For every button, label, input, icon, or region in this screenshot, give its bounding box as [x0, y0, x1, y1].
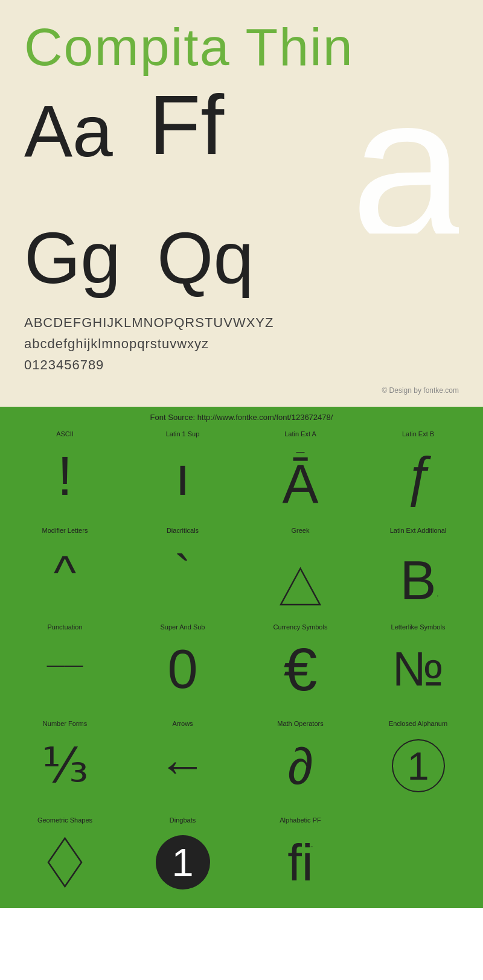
label-modifier: Modifier Letters: [42, 527, 88, 534]
font-title: Compita Thin: [24, 18, 459, 77]
glyph-cell-currency: Currency Symbols €: [242, 619, 359, 715]
symbol-enclosed: 1: [392, 739, 445, 792]
glyph-cell-mathops: Math Operators ∂: [242, 715, 359, 812]
symbol-geoshapes: [45, 835, 85, 889]
label-geoshapes: Geometric Shapes: [37, 816, 92, 824]
label-alphabeticpf: Alphabetic PF: [280, 816, 321, 824]
green-section: Font Source: http://www.fontke.com/font/…: [0, 407, 483, 908]
label-latinextb: Latin Ext B: [402, 430, 434, 438]
glyph-cell-arrows: Arrows ←: [124, 715, 242, 812]
glyph-cell-superandsub: Super And Sub 0: [124, 619, 242, 715]
symbol-mathops: ∂: [287, 731, 313, 801]
svg-marker-1: [48, 838, 82, 886]
symbol-arrows: ←: [159, 731, 207, 801]
glyph-cell-letterlike: Letterlike Symbols №: [359, 619, 477, 715]
glyph-cell-geoshapes: Geometric Shapes: [6, 812, 124, 908]
symbol-modifier: ^: [54, 538, 77, 608]
symbol-latinexta: Ā: [282, 457, 318, 511]
glyph-aa: Aa: [24, 95, 113, 167]
font-source: Font Source: http://www.fontke.com/font/…: [0, 407, 483, 425]
glyph-cell-latinextb: Latin Ext B ƒ: [359, 425, 477, 522]
label-dingbats: Dingbats: [170, 816, 196, 824]
symbol-greek: [278, 565, 323, 608]
symbol-currency: €: [284, 634, 318, 704]
symbol-punctuation: ——: [47, 634, 83, 695]
glyph-cell-latinexta: Latin Ext A — Ā: [242, 425, 359, 522]
label-numberforms: Number Forms: [43, 720, 87, 727]
label-diacriticals: Diacriticals: [167, 527, 199, 534]
symbol-alphabeticpf: fi··: [287, 837, 313, 888]
uppercase-alphabet: ABCDEFGHIJKLMNOPQRSTUVWXYZ: [24, 312, 459, 333]
label-mathops: Math Operators: [277, 720, 323, 727]
symbol-superandsub: 0: [167, 634, 197, 704]
label-arrows: Arrows: [172, 720, 193, 727]
symbol-latinextadd: B·: [400, 553, 436, 608]
glyph-cell-dingbats: Dingbats 1: [124, 812, 242, 908]
label-superandsub: Super And Sub: [160, 623, 205, 631]
glyph-cell-greek: Greek: [242, 522, 359, 619]
glyph-cell-empty: [359, 812, 477, 908]
glyph-cell-ascii: ASCII !: [6, 425, 124, 522]
label-latinextadd: Latin Ext Additional: [390, 527, 447, 534]
glyph-cell-diacriticals: Diacriticals `: [124, 522, 242, 619]
digits: 0123456789: [24, 354, 459, 375]
label-greek: Greek: [292, 527, 310, 534]
label-punctuation: Punctuation: [47, 623, 82, 631]
glyph-cell-modifier: Modifier Letters ^: [6, 522, 124, 619]
glyph-cell-numberforms: Number Forms ⅓: [6, 715, 124, 812]
glyph-cell-latinextadd: Latin Ext Additional B·: [359, 522, 477, 619]
symbol-dingbats: 1: [156, 835, 210, 889]
glyph-ff: Ff: [149, 83, 224, 167]
lowercase-alphabet: abcdefghijklmnopqrstuvwxyz: [24, 333, 459, 354]
symbol-latin1sup: ı: [175, 441, 190, 511]
label-enclosed: Enclosed Alphanum: [389, 720, 447, 727]
alphabet-section: ABCDEFGHIJKLMNOPQRSTUVWXYZ abcdefghijklm…: [24, 312, 459, 382]
label-latin1sup: Latin 1 Sup: [166, 430, 200, 438]
symbol-numberforms: ⅓: [42, 731, 89, 801]
symbol-ascii: !: [57, 441, 72, 511]
symbol-diacriticals: `: [174, 538, 191, 608]
label-ascii: ASCII: [56, 430, 74, 438]
glyph-cell-punctuation: Punctuation ——: [6, 619, 124, 715]
glyph-cell-enclosed: Enclosed Alphanum 1: [359, 715, 477, 812]
symbol-latinextb: ƒ: [403, 441, 433, 511]
hero-section: Compita Thin Aa Ff a Gg Qq ABCDEFGHIJKLM…: [0, 0, 483, 407]
glyph-grid: ASCII ! Latin 1 Sup ı Latin Ext A — Ā La…: [0, 425, 483, 908]
copyright: © Design by fontke.com: [24, 386, 459, 395]
label-letterlike: Letterlike Symbols: [391, 623, 446, 631]
glyph-cell-latin1sup: Latin 1 Sup ı: [124, 425, 242, 522]
glyph-cell-alphabeticpf: Alphabetic PF fi··: [242, 812, 359, 908]
label-latinexta: Latin Ext A: [284, 430, 316, 438]
svg-marker-0: [281, 568, 320, 605]
symbol-letterlike: №: [392, 634, 444, 704]
label-currency: Currency Symbols: [273, 623, 328, 631]
